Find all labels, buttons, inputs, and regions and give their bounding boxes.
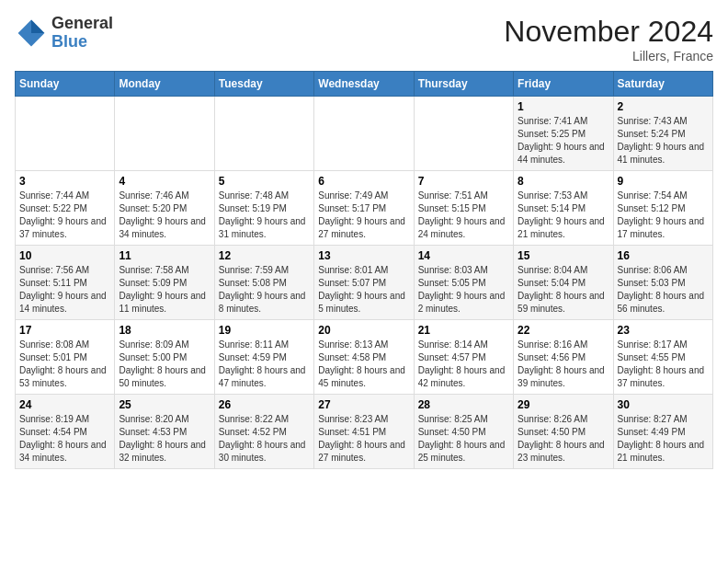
day-info: Sunrise: 7:54 AMSunset: 5:12 PMDaylight:… bbox=[618, 190, 709, 241]
day-cell: 9Sunrise: 7:54 AMSunset: 5:12 PMDaylight… bbox=[613, 171, 712, 246]
header-cell-sunday: Sunday bbox=[16, 72, 115, 97]
day-number: 2 bbox=[618, 100, 709, 113]
day-info: Sunrise: 7:58 AMSunset: 5:09 PMDaylight:… bbox=[119, 264, 210, 316]
day-info: Sunrise: 8:09 AMSunset: 5:00 PMDaylight:… bbox=[119, 339, 210, 390]
day-info: Sunrise: 8:27 AMSunset: 4:49 PMDaylight:… bbox=[618, 413, 709, 465]
day-cell: 20Sunrise: 8:13 AMSunset: 4:58 PMDayligh… bbox=[314, 320, 414, 395]
day-number: 8 bbox=[518, 175, 609, 188]
day-number: 18 bbox=[119, 324, 210, 337]
day-info: Sunrise: 7:59 AMSunset: 5:08 PMDaylight:… bbox=[219, 264, 310, 316]
day-info: Sunrise: 8:26 AMSunset: 4:50 PMDaylight:… bbox=[518, 413, 609, 465]
day-info: Sunrise: 8:11 AMSunset: 4:59 PMDaylight:… bbox=[219, 339, 310, 390]
day-cell: 5Sunrise: 7:48 AMSunset: 5:19 PMDaylight… bbox=[214, 171, 313, 246]
day-number: 22 bbox=[518, 324, 609, 337]
header-cell-monday: Monday bbox=[115, 72, 214, 97]
day-number: 21 bbox=[418, 324, 509, 337]
day-number: 14 bbox=[418, 249, 509, 262]
header-row: SundayMondayTuesdayWednesdayThursdayFrid… bbox=[16, 72, 713, 97]
day-info: Sunrise: 7:46 AMSunset: 5:20 PMDaylight:… bbox=[119, 190, 210, 241]
day-number: 26 bbox=[219, 398, 310, 411]
day-info: Sunrise: 8:19 AMSunset: 4:54 PMDaylight:… bbox=[19, 413, 110, 465]
day-cell: 28Sunrise: 8:25 AMSunset: 4:50 PMDayligh… bbox=[414, 395, 513, 469]
day-info: Sunrise: 8:03 AMSunset: 5:05 PMDaylight:… bbox=[418, 264, 509, 316]
day-cell: 2Sunrise: 7:43 AMSunset: 5:24 PMDaylight… bbox=[613, 97, 712, 171]
day-info: Sunrise: 8:06 AMSunset: 5:03 PMDaylight:… bbox=[618, 264, 709, 316]
day-info: Sunrise: 8:20 AMSunset: 4:53 PMDaylight:… bbox=[119, 413, 210, 465]
day-cell bbox=[115, 97, 214, 171]
day-cell: 23Sunrise: 8:17 AMSunset: 4:55 PMDayligh… bbox=[613, 320, 712, 395]
day-cell: 10Sunrise: 7:56 AMSunset: 5:11 PMDayligh… bbox=[16, 246, 115, 320]
title-block: November 2024 Lillers, France bbox=[504, 15, 713, 63]
header-cell-saturday: Saturday bbox=[613, 72, 712, 97]
day-info: Sunrise: 7:56 AMSunset: 5:11 PMDaylight:… bbox=[19, 264, 110, 316]
day-number: 6 bbox=[318, 175, 409, 188]
day-number: 13 bbox=[318, 249, 409, 262]
day-info: Sunrise: 7:41 AMSunset: 5:25 PMDaylight:… bbox=[518, 115, 609, 167]
header-cell-thursday: Thursday bbox=[414, 72, 513, 97]
day-number: 9 bbox=[618, 175, 709, 188]
day-number: 30 bbox=[618, 398, 709, 411]
logo: General Blue bbox=[15, 15, 113, 52]
header-cell-tuesday: Tuesday bbox=[214, 72, 313, 97]
week-row-1: 1Sunrise: 7:41 AMSunset: 5:25 PMDaylight… bbox=[16, 97, 713, 171]
day-number: 19 bbox=[219, 324, 310, 337]
day-number: 3 bbox=[19, 175, 110, 188]
day-number: 5 bbox=[219, 175, 310, 188]
day-cell: 4Sunrise: 7:46 AMSunset: 5:20 PMDaylight… bbox=[115, 171, 214, 246]
day-info: Sunrise: 8:14 AMSunset: 4:57 PMDaylight:… bbox=[418, 339, 509, 390]
day-cell: 29Sunrise: 8:26 AMSunset: 4:50 PMDayligh… bbox=[514, 395, 613, 469]
month-title: November 2024 bbox=[504, 15, 713, 49]
day-info: Sunrise: 7:44 AMSunset: 5:22 PMDaylight:… bbox=[19, 190, 110, 241]
day-info: Sunrise: 7:48 AMSunset: 5:19 PMDaylight:… bbox=[219, 190, 310, 241]
day-cell: 30Sunrise: 8:27 AMSunset: 4:49 PMDayligh… bbox=[613, 395, 712, 469]
day-number: 23 bbox=[618, 324, 709, 337]
day-info: Sunrise: 8:23 AMSunset: 4:51 PMDaylight:… bbox=[318, 413, 409, 465]
logo-icon bbox=[15, 17, 48, 50]
day-info: Sunrise: 8:25 AMSunset: 4:50 PMDaylight:… bbox=[418, 413, 509, 465]
week-row-4: 17Sunrise: 8:08 AMSunset: 5:01 PMDayligh… bbox=[16, 320, 713, 395]
logo-text: General Blue bbox=[51, 15, 113, 52]
svg-marker-1 bbox=[31, 19, 44, 32]
day-info: Sunrise: 8:16 AMSunset: 4:56 PMDaylight:… bbox=[518, 339, 609, 390]
day-info: Sunrise: 8:17 AMSunset: 4:55 PMDaylight:… bbox=[618, 339, 709, 390]
day-cell: 25Sunrise: 8:20 AMSunset: 4:53 PMDayligh… bbox=[115, 395, 214, 469]
day-cell: 18Sunrise: 8:09 AMSunset: 5:00 PMDayligh… bbox=[115, 320, 214, 395]
day-number: 11 bbox=[119, 249, 210, 262]
page-header: General Blue November 2024 Lillers, Fran… bbox=[15, 15, 713, 63]
day-number: 16 bbox=[618, 249, 709, 262]
week-row-3: 10Sunrise: 7:56 AMSunset: 5:11 PMDayligh… bbox=[16, 246, 713, 320]
calendar-header: SundayMondayTuesdayWednesdayThursdayFrid… bbox=[16, 72, 713, 97]
calendar-body: 1Sunrise: 7:41 AMSunset: 5:25 PMDaylight… bbox=[16, 97, 713, 469]
day-info: Sunrise: 8:04 AMSunset: 5:04 PMDaylight:… bbox=[518, 264, 609, 316]
day-info: Sunrise: 7:49 AMSunset: 5:17 PMDaylight:… bbox=[318, 190, 409, 241]
day-number: 29 bbox=[518, 398, 609, 411]
day-cell: 15Sunrise: 8:04 AMSunset: 5:04 PMDayligh… bbox=[514, 246, 613, 320]
day-number: 4 bbox=[119, 175, 210, 188]
logo-blue: Blue bbox=[51, 33, 113, 52]
day-info: Sunrise: 7:51 AMSunset: 5:15 PMDaylight:… bbox=[418, 190, 509, 241]
day-info: Sunrise: 8:22 AMSunset: 4:52 PMDaylight:… bbox=[219, 413, 310, 465]
day-cell: 19Sunrise: 8:11 AMSunset: 4:59 PMDayligh… bbox=[214, 320, 313, 395]
day-cell bbox=[414, 97, 513, 171]
day-cell: 24Sunrise: 8:19 AMSunset: 4:54 PMDayligh… bbox=[16, 395, 115, 469]
week-row-5: 24Sunrise: 8:19 AMSunset: 4:54 PMDayligh… bbox=[16, 395, 713, 469]
day-cell: 6Sunrise: 7:49 AMSunset: 5:17 PMDaylight… bbox=[314, 171, 414, 246]
week-row-2: 3Sunrise: 7:44 AMSunset: 5:22 PMDaylight… bbox=[16, 171, 713, 246]
day-cell: 13Sunrise: 8:01 AMSunset: 5:07 PMDayligh… bbox=[314, 246, 414, 320]
calendar-table: SundayMondayTuesdayWednesdayThursdayFrid… bbox=[15, 71, 713, 469]
day-cell: 21Sunrise: 8:14 AMSunset: 4:57 PMDayligh… bbox=[414, 320, 513, 395]
day-info: Sunrise: 7:53 AMSunset: 5:14 PMDaylight:… bbox=[518, 190, 609, 241]
day-cell: 11Sunrise: 7:58 AMSunset: 5:09 PMDayligh… bbox=[115, 246, 214, 320]
day-cell: 16Sunrise: 8:06 AMSunset: 5:03 PMDayligh… bbox=[613, 246, 712, 320]
day-cell bbox=[16, 97, 115, 171]
day-cell: 14Sunrise: 8:03 AMSunset: 5:05 PMDayligh… bbox=[414, 246, 513, 320]
header-cell-friday: Friday bbox=[514, 72, 613, 97]
day-cell: 26Sunrise: 8:22 AMSunset: 4:52 PMDayligh… bbox=[214, 395, 313, 469]
header-cell-wednesday: Wednesday bbox=[314, 72, 414, 97]
day-info: Sunrise: 8:08 AMSunset: 5:01 PMDaylight:… bbox=[19, 339, 110, 390]
day-number: 17 bbox=[19, 324, 110, 337]
day-cell bbox=[314, 97, 414, 171]
day-number: 1 bbox=[518, 100, 609, 113]
day-cell: 12Sunrise: 7:59 AMSunset: 5:08 PMDayligh… bbox=[214, 246, 313, 320]
day-info: Sunrise: 7:43 AMSunset: 5:24 PMDaylight:… bbox=[618, 115, 709, 167]
